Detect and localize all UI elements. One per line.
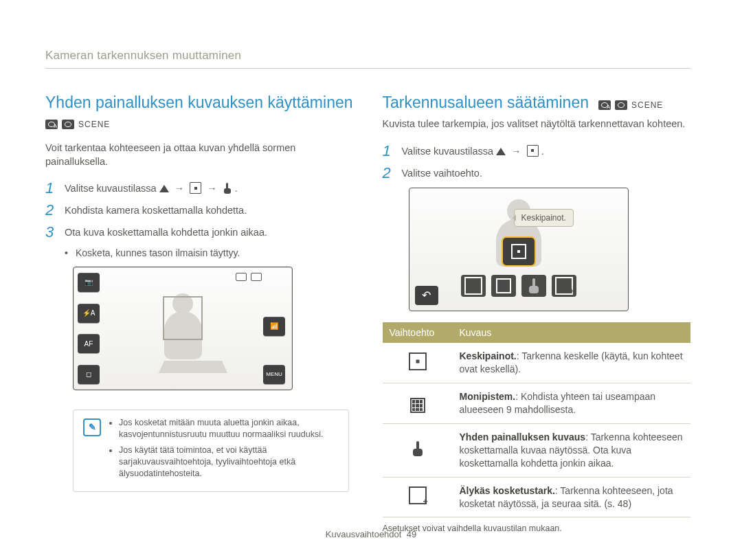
arrow-icon: → [207, 183, 217, 194]
status-icon [236, 273, 247, 281]
left-step-1: Valitse kuvaustilassa → → . [65, 181, 354, 196]
lcd-mode-button[interactable]: 📷 [78, 273, 100, 292]
right-column: Tarkennusalueen säätäminen SCENE Kuvista… [383, 92, 691, 535]
touch-shot-icon [412, 441, 424, 456]
footer-section: Kuvausvaihtoehdot [326, 529, 402, 539]
row-term: Älykäs kosketustark. [460, 485, 555, 496]
footer-page-number: 49 [407, 529, 416, 539]
option-center-af[interactable] [461, 275, 486, 297]
note-box: ✎ Jos kosketat mitään muuta aluetta jonk… [73, 410, 349, 492]
th-option: Vaihtoehto [383, 322, 453, 344]
step1-suffix: . [235, 183, 238, 194]
table-row: Älykäs kosketustark.: Tarkenna kohteesee… [383, 477, 691, 517]
mode-context-left: SCENE [45, 120, 110, 129]
right-step-2: Valitse vaihtoehto. [402, 166, 691, 181]
th-desc: Kuvaus [453, 322, 691, 344]
arrow-icon: → [511, 146, 521, 157]
mode-context-right: SCENE [598, 100, 663, 110]
mode-auto-icon [45, 120, 58, 129]
step1-prefix: Valitse kuvaustilassa [402, 146, 497, 157]
mode-auto-icon [598, 100, 611, 110]
page-footer: Kuvausvaihtoehdot 49 [0, 528, 742, 541]
info-icon: ✎ [83, 418, 101, 436]
menu-up-icon [159, 185, 169, 192]
step1-suffix: . [541, 146, 544, 157]
lcd-menu-button[interactable]: MENU [263, 365, 285, 384]
option-smart-touch[interactable] [552, 275, 576, 297]
center-af-icon [409, 352, 427, 370]
left-step-2: Kohdista kamera koskettamalla kohdetta. [65, 203, 354, 218]
step1-prefix: Valitse kuvaustilassa [65, 183, 159, 194]
note-item: Jos kosketat mitään muuta aluetta jonkin… [119, 417, 340, 440]
step-number: 2 [383, 166, 402, 181]
multi-af-icon [410, 398, 425, 413]
table-row: Keskipainot.: Tarkenna keskelle (käytä, … [383, 343, 691, 383]
option-touch-shot[interactable] [521, 275, 546, 297]
step-number: 3 [45, 225, 65, 240]
left-step-3: Ota kuva koskettamalla kohdetta jonkin a… [65, 225, 354, 240]
camera-screen-preview: 📷 ⚡A AF ◻ 📶 MENU [73, 267, 293, 390]
focus-center-icon [527, 145, 539, 157]
table-row: Monipistem.: Kohdista yhteen tai useampa… [383, 383, 691, 424]
note-item: Jos käytät tätä toimintoa, et voi käyttä… [119, 445, 340, 480]
right-heading: Tarkennusalueen säätäminen [383, 93, 589, 111]
arrow-icon: → [175, 183, 185, 194]
step-number: 1 [383, 144, 402, 159]
focus-center-selected[interactable] [503, 238, 535, 265]
option-multi-af[interactable] [491, 275, 516, 297]
back-button[interactable]: ↶ [415, 286, 438, 305]
lcd-signal-button[interactable]: 📶 [263, 317, 285, 336]
table-row: Yhden painalluksen kuvaus: Tarkenna koht… [383, 424, 691, 478]
left-column: Yhden painalluksen kuvauksen käyttäminen… [45, 92, 354, 535]
row-term: Yhden painalluksen kuvaus [460, 432, 586, 443]
breadcrumb: Kameran tarkennuksen muuttaminen [45, 48, 690, 69]
lcd-flash-button[interactable]: ⚡A [78, 304, 100, 323]
lcd-af-button[interactable]: AF [78, 334, 100, 353]
left-lead: Voit tarkentaa kohteeseen ja ottaa kuvan… [45, 142, 354, 168]
menu-up-icon [496, 148, 506, 155]
mode-program-icon [615, 100, 627, 110]
mode-scene-icon: SCENE [631, 100, 663, 110]
mode-scene-icon: SCENE [78, 120, 110, 129]
step-number: 2 [45, 203, 65, 218]
options-table: Vaihtoehto Kuvaus Keskipainot.: Tarkenna… [383, 322, 691, 518]
left-step-3-bullet: Kosketa, kunnes tason ilmaisin täyttyy. [76, 247, 354, 260]
battery-icon [251, 273, 262, 281]
right-step-1: Valitse kuvaustilassa → . [402, 144, 691, 159]
row-term: Keskipainot. [460, 350, 517, 361]
tooltip-label: Keskipainot. [514, 209, 574, 227]
smart-touch-icon [409, 486, 427, 504]
left-heading: Yhden painalluksen kuvauksen käyttäminen [45, 92, 354, 113]
right-lead: Kuvista tulee tarkempia, jos valitset nä… [383, 117, 691, 131]
focus-area-screen: Keskipainot. ↶ [409, 188, 629, 311]
step-number: 1 [45, 181, 65, 196]
touch-hand-icon [223, 183, 232, 194]
mode-program-icon [62, 120, 74, 129]
focus-center-icon [190, 182, 201, 194]
lcd-focus-area-button[interactable]: ◻ [78, 365, 100, 384]
row-term: Monipistem. [460, 391, 516, 402]
focus-frame-icon [163, 296, 203, 340]
